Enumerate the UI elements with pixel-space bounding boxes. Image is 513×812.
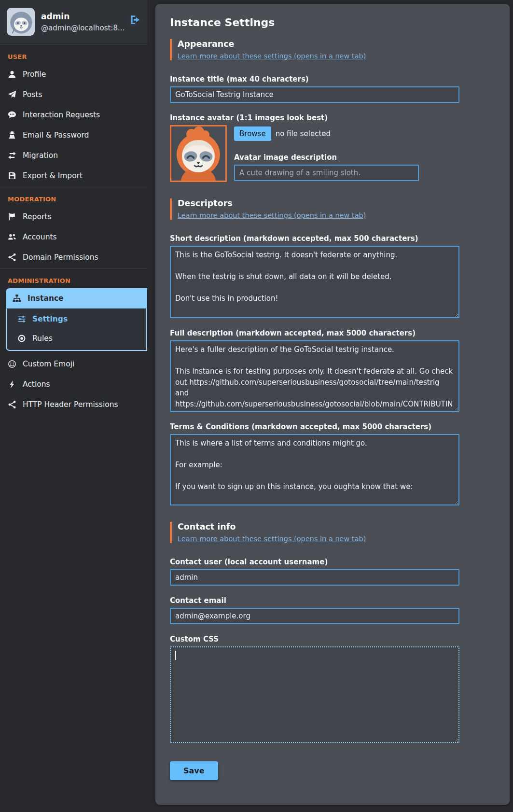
section-header-administration: ADMINISTRATION <box>0 270 147 288</box>
sidebar-item-accounts[interactable]: Accounts <box>0 227 147 247</box>
sidebar-item-label: Interaction Requests <box>23 111 100 119</box>
sidebar-item-custom-emoji[interactable]: Custom Emoji <box>0 354 147 374</box>
username: admin <box>41 12 125 21</box>
terms-textarea[interactable]: This is where a list of terms and condit… <box>170 434 459 505</box>
sidebar-item-label: Migration <box>23 151 58 160</box>
sidebar-item-rules[interactable]: Rules <box>7 329 146 348</box>
sidebar-item-label: HTTP Header Permissions <box>23 400 118 409</box>
floppy-icon <box>8 171 16 180</box>
smile-icon <box>8 360 16 368</box>
divider <box>0 268 147 269</box>
descriptors-section-header: Descriptors Learn more about these setti… <box>170 198 495 220</box>
sidebar-item-export-import[interactable]: Export & Import <box>0 166 147 186</box>
sidebar-item-label: Accounts <box>23 233 57 241</box>
sidebar-item-label: Profile <box>23 70 46 79</box>
terms-label: Terms & Conditions (markdown accepted, m… <box>170 422 459 431</box>
user-handle: @admin@localhost:8... <box>41 24 125 32</box>
sidebar-item-reports[interactable]: Reports <box>0 207 147 227</box>
sign-out-icon[interactable] <box>130 14 140 25</box>
comment-icon <box>8 111 16 119</box>
user-icon <box>8 70 16 79</box>
sidebar-item-label: Email & Password <box>23 131 89 140</box>
short-description-field: Short description (markdown accepted, ma… <box>170 234 459 318</box>
divider <box>0 44 147 45</box>
share-nodes-icon <box>8 253 16 262</box>
sidebar-item-actions[interactable]: Actions <box>0 374 147 394</box>
sidebar-item-instance[interactable]: Instance <box>6 288 147 308</box>
bolt-icon <box>8 380 16 389</box>
sidebar-item-domain-permissions[interactable]: Domain Permissions <box>0 247 147 267</box>
page-title: Instance Settings <box>170 16 495 28</box>
sidebar-item-migration[interactable]: Migration <box>0 145 147 166</box>
contact-email-input[interactable] <box>170 608 459 624</box>
instance-avatar-label: Instance avatar (1:1 images look best) <box>170 113 459 122</box>
short-description-label: Short description (markdown accepted, ma… <box>170 234 459 243</box>
contact-learn-more-link[interactable]: Learn more about these settings (opens i… <box>178 535 366 543</box>
sidebar: admin @admin@localhost:8... USER Profile… <box>0 0 147 415</box>
full-description-field: Full description (markdown accepted, max… <box>170 329 459 412</box>
file-status-text: no file selected <box>276 129 331 138</box>
descriptors-learn-more-link[interactable]: Learn more about these settings (opens i… <box>178 211 366 219</box>
instance-title-field: Instance title (max 40 characters) <box>170 75 459 103</box>
instance-title-input[interactable] <box>170 86 459 103</box>
sidebar-item-interaction-requests[interactable]: Interaction Requests <box>0 105 147 125</box>
terms-field: Terms & Conditions (markdown accepted, m… <box>170 422 459 505</box>
exchange-icon <box>8 151 16 160</box>
instance-avatar-field: Instance avatar (1:1 images look best) <box>170 113 459 182</box>
avatar-description-label: Avatar image description <box>234 153 419 162</box>
sidebar-item-label: Export & Import <box>23 171 83 180</box>
browse-button[interactable]: Browse <box>234 126 271 141</box>
sidebar-item-profile[interactable]: Profile <box>0 64 147 84</box>
share-nodes-icon <box>8 400 16 409</box>
sidebar-item-label: Reports <box>23 212 51 221</box>
sidebar-item-label: Actions <box>23 380 50 389</box>
sliders-icon <box>17 315 26 323</box>
sidebar-item-label: Domain Permissions <box>23 253 98 262</box>
instance-settings-panel: Instance Settings Appearance Learn more … <box>155 4 510 805</box>
full-description-label: Full description (markdown accepted, max… <box>170 329 459 337</box>
sidebar-item-settings[interactable]: Settings <box>7 309 146 329</box>
sitemap-icon <box>13 294 21 303</box>
contact-heading: Contact info <box>178 522 495 532</box>
sidebar-item-label: Posts <box>23 90 42 99</box>
section-header-moderation: MODERATION <box>0 188 147 207</box>
flag-icon <box>8 212 16 221</box>
instance-avatar-image orange-sloth-avatar <box>170 125 227 182</box>
sidebar-item-label: Settings <box>32 315 68 323</box>
sidebar-item-label: Custom Emoji <box>23 360 74 368</box>
avatar-description-input[interactable] <box>234 165 419 181</box>
contact-user-label: Contact user (local account username) <box>170 558 459 566</box>
custom-css-textarea[interactable] <box>170 646 459 743</box>
contact-email-field: Contact email <box>170 596 459 624</box>
user-card[interactable]: admin @admin@localhost:8... <box>0 0 147 43</box>
contact-user-input[interactable] <box>170 569 459 586</box>
descriptors-heading: Descriptors <box>178 198 495 208</box>
sidebar-item-email-password[interactable]: Email & Password <box>0 125 147 145</box>
sidebar-item-label: Rules <box>32 334 53 343</box>
text-cursor <box>175 651 176 660</box>
sidebar-item-posts[interactable]: Posts <box>0 84 147 105</box>
instance-title-label: Instance title (max 40 characters) <box>170 75 459 84</box>
contact-user-field: Contact user (local account username) <box>170 558 459 586</box>
dot-circle-icon <box>17 334 26 343</box>
contact-section-header: Contact info Learn more about these sett… <box>170 522 495 543</box>
section-header-user: USER <box>0 46 147 64</box>
sidebar-item-http-header-permissions[interactable]: HTTP Header Permissions <box>0 394 147 415</box>
paper-plane-icon <box>8 90 16 99</box>
appearance-heading: Appearance <box>178 39 495 49</box>
instance-submenu: Settings Rules <box>6 308 147 351</box>
custom-css-field: Custom CSS <box>170 635 459 743</box>
user-secret-icon <box>8 131 16 140</box>
instance-menu-group: Instance Settings Rules <box>6 288 147 351</box>
short-description-textarea[interactable]: This is the GoToSocial testrig. It doesn… <box>170 246 459 318</box>
user-avatar sloth-avatar <box>7 8 35 36</box>
divider <box>0 187 147 187</box>
contact-email-label: Contact email <box>170 596 459 605</box>
full-description-textarea[interactable]: Here's a fuller description of the GoToS… <box>170 340 459 412</box>
custom-css-label: Custom CSS <box>170 635 459 644</box>
appearance-section-header: Appearance Learn more about these settin… <box>170 39 495 60</box>
appearance-learn-more-link[interactable]: Learn more about these settings (opens i… <box>178 52 366 60</box>
save-button[interactable]: Save <box>170 761 218 780</box>
users-icon <box>8 233 16 241</box>
sidebar-item-label: Instance <box>28 294 64 303</box>
